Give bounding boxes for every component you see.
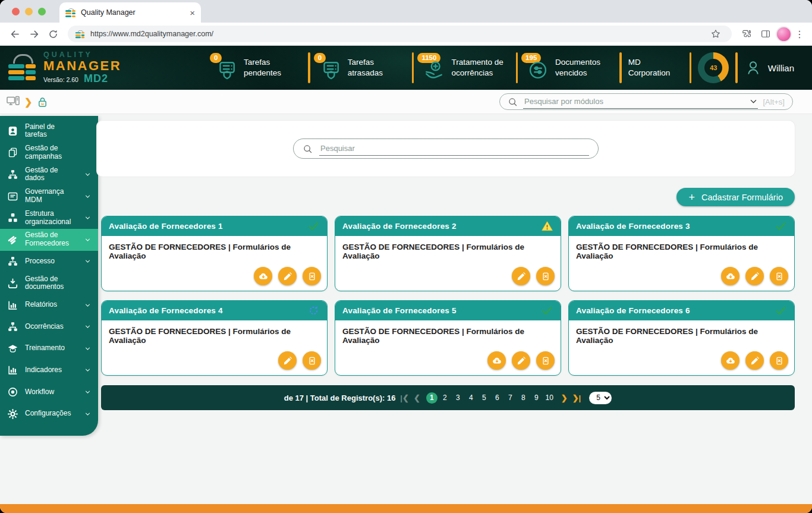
pagination-summary: de 17 | Total de Registro(s): 16 bbox=[284, 394, 396, 402]
check-status-icon bbox=[775, 220, 787, 232]
delete-button[interactable] bbox=[770, 267, 788, 285]
form-card-body: GESTÃO DE FORNECEDORES | Formulários de … bbox=[102, 236, 327, 291]
maximize-window-button[interactable] bbox=[38, 8, 46, 15]
sidebar-item-gestão-de-documentos[interactable]: Gestão de documentos bbox=[0, 272, 98, 294]
page-number-3[interactable]: 3 bbox=[452, 392, 464, 404]
edit-button[interactable] bbox=[512, 351, 530, 370]
url-favicon bbox=[75, 30, 84, 38]
page-number-7[interactable]: 7 bbox=[505, 392, 516, 404]
sidebar-item-processo[interactable]: Processo bbox=[0, 251, 98, 273]
forms-card-grid: Avaliação de Fornecedores 1 GESTÃO DE FO… bbox=[101, 216, 795, 376]
progress-donut-chart[interactable]: 43 bbox=[698, 52, 729, 83]
sidebar-item-painel-de-tarefas[interactable]: Painel de tarefas bbox=[0, 120, 98, 142]
add-form-button-label: Cadastrar Formulário bbox=[701, 193, 783, 202]
sidebar-item-workflow[interactable]: Workflow bbox=[0, 381, 98, 403]
delete-button[interactable] bbox=[303, 351, 321, 370]
form-card: Avaliação de Fornecedores 3 GESTÃO DE FO… bbox=[568, 216, 795, 291]
chevron-down-icon[interactable] bbox=[749, 97, 758, 106]
prev-page-icon[interactable]: ❮ bbox=[411, 394, 423, 402]
profile-avatar[interactable] bbox=[776, 26, 792, 42]
page-number-1[interactable]: 1 bbox=[426, 392, 438, 404]
header-nav-item[interactable]: 195 Documentos vencidos bbox=[524, 55, 613, 81]
sidebar-item-gestão-de-dados[interactable]: Gestão de dados bbox=[0, 163, 98, 185]
edit-button[interactable] bbox=[745, 351, 764, 370]
bookmark-star-icon[interactable] bbox=[707, 26, 725, 42]
last-page-icon[interactable]: ❯| bbox=[570, 394, 584, 402]
first-page-icon[interactable]: |❮ bbox=[398, 394, 411, 402]
sidebar-item-icon bbox=[7, 169, 18, 180]
module-search[interactable]: [Alt+s] bbox=[499, 93, 793, 110]
user-menu[interactable]: Willian bbox=[744, 59, 794, 77]
sidebar-item-ocorrências[interactable]: Ocorrências bbox=[0, 316, 98, 338]
download-button[interactable] bbox=[721, 351, 739, 370]
lock-icon[interactable] bbox=[36, 96, 49, 108]
download-button[interactable] bbox=[254, 267, 272, 285]
page-number-8[interactable]: 8 bbox=[518, 392, 529, 404]
extensions-icon[interactable] bbox=[738, 26, 756, 42]
chevron-down-icon bbox=[84, 237, 91, 243]
side-panel-icon[interactable] bbox=[757, 26, 775, 42]
header-nav-item[interactable]: 1150 Tratamento de ocorrências bbox=[420, 55, 509, 81]
sidebar-item-relatórios[interactable]: Relatórios bbox=[0, 294, 98, 316]
workstation-icon[interactable] bbox=[6, 95, 20, 109]
module-search-input[interactable] bbox=[523, 96, 745, 106]
delete-button[interactable] bbox=[536, 267, 555, 285]
close-window-button[interactable] bbox=[12, 8, 20, 15]
sidebar-item-gestão-de-campanhas[interactable]: Gestão de campanhas bbox=[0, 142, 98, 164]
header-nav-item[interactable]: 0 Tarefas atrasadas bbox=[317, 55, 405, 81]
sidebar-item-treinamento[interactable]: Treinamento bbox=[0, 338, 98, 360]
page-number-4[interactable]: 4 bbox=[465, 392, 477, 404]
page-number-10[interactable]: 10 bbox=[544, 392, 555, 404]
page-number-5[interactable]: 5 bbox=[479, 392, 490, 404]
sidebar-item-indicadores[interactable]: Indicadores bbox=[0, 360, 98, 382]
app-version: Versão: 2.60 bbox=[43, 76, 78, 83]
minimize-window-button[interactable] bbox=[25, 8, 33, 15]
reload-button[interactable] bbox=[44, 26, 62, 42]
sidebar-item-configurações[interactable]: Configurações bbox=[0, 403, 98, 425]
edit-button[interactable] bbox=[745, 267, 764, 285]
page-number-2[interactable]: 2 bbox=[439, 392, 451, 404]
page-size-select[interactable]: 5 bbox=[589, 392, 612, 404]
form-card-body: GESTÃO DE FORNECEDORES | Formulários de … bbox=[569, 320, 794, 375]
form-card-actions bbox=[278, 351, 321, 370]
browser-tab[interactable]: Quality Manager × bbox=[59, 2, 201, 23]
back-button[interactable] bbox=[6, 26, 24, 42]
page-number-9[interactable]: 9 bbox=[531, 392, 542, 404]
url-bar[interactable]: https://www.md2qualitymanager.com/ bbox=[68, 26, 732, 42]
next-page-icon[interactable]: ❯ bbox=[559, 394, 570, 402]
sidebar-item-estrutura-organizacional[interactable]: Estrutura organizacional bbox=[0, 207, 98, 229]
edit-button[interactable] bbox=[512, 267, 530, 285]
search-card bbox=[97, 121, 795, 177]
edit-button[interactable] bbox=[278, 351, 297, 370]
sidebar-item-label: Gestão de Fornecedores bbox=[25, 231, 78, 248]
forms-search-input[interactable] bbox=[319, 143, 589, 153]
delete-button[interactable] bbox=[303, 267, 321, 285]
edit-button[interactable] bbox=[278, 267, 297, 285]
header-nav-item[interactable]: 0 Tarefas pendentes bbox=[213, 55, 301, 81]
nav-item-label: Tarefas pendentes bbox=[244, 57, 299, 78]
sidebar-item-gestão-de-fornecedores[interactable]: Gestão de Fornecedores bbox=[0, 229, 98, 251]
expand-chevron-icon[interactable]: ❯ bbox=[24, 96, 32, 108]
delete-button[interactable] bbox=[536, 351, 555, 370]
delete-button[interactable] bbox=[770, 351, 788, 370]
download-button[interactable] bbox=[721, 267, 739, 285]
nav-item-label: Tratamento de ocorrências bbox=[451, 57, 506, 78]
form-card-header: Avaliação de Fornecedores 5 bbox=[335, 301, 561, 320]
browser-menu-icon[interactable]: ⋮ bbox=[793, 29, 806, 40]
sidebar-item-icon bbox=[7, 321, 18, 332]
donut-value: 43 bbox=[710, 64, 717, 71]
sidebar-item-governança-mdm[interactable]: Governança MDM bbox=[0, 185, 98, 207]
form-card-subtitle: GESTÃO DE FORNECEDORES | Formulários de … bbox=[576, 243, 787, 260]
chevron-down-icon bbox=[84, 215, 91, 221]
logo-quality-text: QUALITY bbox=[43, 51, 121, 59]
forward-button[interactable] bbox=[25, 26, 43, 42]
page-number-6[interactable]: 6 bbox=[492, 392, 503, 404]
forms-search[interactable] bbox=[293, 139, 599, 159]
sidebar-item-icon bbox=[7, 191, 18, 202]
tab-close-icon[interactable]: × bbox=[190, 8, 195, 17]
chevron-down-icon bbox=[84, 258, 91, 265]
download-button[interactable] bbox=[487, 351, 506, 370]
module-toolbar: ❯ [Alt+s] bbox=[0, 90, 812, 114]
add-form-button[interactable]: + Cadastrar Formulário bbox=[676, 188, 795, 206]
window-controls bbox=[12, 8, 46, 15]
